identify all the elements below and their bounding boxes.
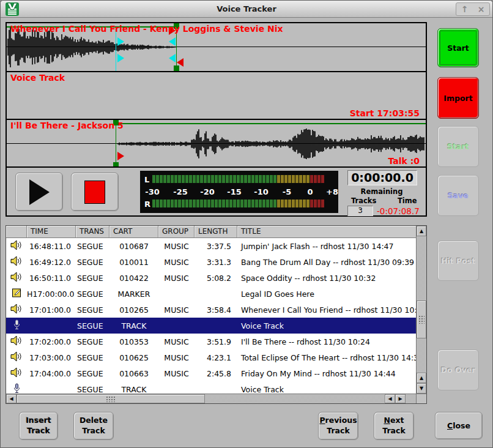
track3-talk-time: Talk :0 (388, 156, 420, 166)
do-over-button[interactable]: Do Over (437, 349, 479, 390)
cell-cart: 010422 (109, 274, 158, 283)
log-rows: 16:48:11.0SEGUE010687MUSIC3:37.5Jumpin' … (6, 238, 416, 394)
table-row[interactable]: SEGUETRACKVoice Track (6, 381, 416, 394)
elapsed-time-display: 0:00:00.0 (347, 170, 417, 185)
header-time[interactable]: TIME (27, 226, 76, 238)
cell-length: 3:51.9 (195, 337, 237, 346)
cell-title: I'll Be There -- rdhost 11/30 10:24 (237, 337, 370, 346)
cell-title: Voice Track (237, 385, 284, 394)
remaining-time-label: Time (398, 196, 417, 205)
table-row[interactable]: 17:01:00.0SEGUE010265MUSIC3:58.4Whenever… (6, 302, 416, 318)
speaker-icon (10, 256, 23, 266)
scroll-down-icon[interactable]: ▼ (417, 383, 426, 394)
audio-level-meter: L R -30-25-20-15-10-50+8 (140, 171, 338, 213)
cell-length: 3:37.5 (195, 242, 237, 251)
track-editor: Whenever I Call You Friend - Kenny Loggi… (6, 22, 427, 217)
delete-track-button[interactable]: Delete Track (73, 412, 114, 440)
meter-scale-label: -5 (283, 187, 291, 196)
shade-icon[interactable]: ↑ (461, 3, 469, 15)
meter-left-leds (152, 175, 325, 183)
table-row[interactable]: H17:00:00.0SEGUEMARKERLegal ID Goes Here (6, 286, 416, 302)
close-icon[interactable]: × (478, 3, 485, 15)
scroll-left-icon[interactable]: ◀ (6, 394, 17, 403)
close-button[interactable]: Close (435, 412, 483, 439)
cell-time: 16:50:11.0 (27, 274, 76, 283)
scroll-left-icon[interactable]: ◀ (385, 394, 395, 403)
waveform-panel-3[interactable]: I'll Be There - Jackson 5 Talk :0 (7, 119, 426, 166)
meter-scale-label: +8 (326, 187, 338, 196)
stop-icon (84, 181, 105, 204)
speaker-icon (10, 351, 23, 362)
cell-group: MUSIC (158, 258, 195, 267)
microphone-icon (13, 383, 20, 394)
cell-trans: SEGUE (76, 385, 109, 394)
cell-time: 17:03:00.0 (27, 353, 76, 362)
scroll-up-icon[interactable]: ▲ (417, 373, 426, 383)
cell-title: Total Eclipse Of The Heart -- rdhost 11/… (237, 353, 416, 362)
meter-scale-label: -10 (254, 187, 269, 196)
cell-length: 5:08.2 (195, 274, 237, 283)
segue-end-handle-icon[interactable] (169, 37, 176, 46)
talk-marker-handle-icon[interactable] (117, 37, 124, 46)
hit-post-button[interactable]: Hit Post (437, 241, 479, 281)
header-title[interactable]: TITLE (237, 226, 426, 238)
speaker-icon (10, 272, 23, 282)
header-length[interactable]: LENGTH (195, 226, 237, 238)
talk-marker-handle-icon[interactable] (117, 54, 124, 62)
vertical-scrollbar[interactable]: ▲ ▲ ▼ (416, 226, 426, 394)
header-cart[interactable]: CART (109, 226, 158, 238)
scroll-up-icon[interactable]: ▲ (417, 226, 426, 236)
log-table: TIME TRANS CART GROUP LENGTH TITLE 16:48… (6, 225, 427, 404)
meter-left-label: L (144, 175, 149, 184)
table-row[interactable]: 17:02:00.0SEGUE010353MUSIC3:51.9I'll Be … (6, 334, 416, 349)
remaining-tracks-label: Tracks (351, 196, 376, 205)
fade-marker-icon[interactable] (177, 58, 183, 67)
fade-marker-icon[interactable] (117, 152, 124, 160)
save-button[interactable]: Save (437, 175, 479, 216)
talk-marker-line[interactable] (116, 32, 116, 71)
header-trans[interactable]: TRANS (76, 226, 109, 238)
cell-cart: 010265 (109, 305, 158, 315)
cell-trans: SEGUE (76, 321, 109, 330)
speaker-icon (10, 367, 23, 378)
cell-trans: SEGUE (76, 289, 109, 299)
next-track-button[interactable]: NextTrack (374, 412, 414, 440)
start-next-button[interactable]: Start (437, 126, 479, 167)
cell-cart: 010625 (109, 353, 158, 362)
meter-scale-label: 0 (307, 187, 313, 196)
start-record-button[interactable]: Start (437, 28, 479, 67)
cell-length: 4:23.1 (195, 353, 237, 362)
cell-length: 3:31.3 (195, 258, 237, 267)
cell-trans: SEGUE (76, 337, 109, 346)
scroll-right-icon[interactable]: ▶ (395, 394, 406, 403)
table-row[interactable]: 17:03:00.0SEGUE010625MUSIC4:23.1Total Ec… (6, 349, 416, 365)
horizontal-scrollbar[interactable]: ◀ ◀ ▶ (6, 394, 416, 403)
cell-cart: TRACK (109, 385, 158, 394)
vertical-scroll-thumb[interactable] (417, 301, 426, 338)
table-row[interactable]: 16:49:12.0SEGUE010011MUSIC3:31.3Bang The… (6, 254, 416, 270)
horizontal-scroll-thumb[interactable] (17, 394, 205, 403)
import-button[interactable]: Import (437, 77, 479, 119)
insert-track-button[interactable]: Insert Track (19, 412, 58, 440)
cell-trans: SEGUE (76, 369, 109, 378)
table-row[interactable]: SEGUETRACKVoice Track (6, 318, 416, 334)
play-icon (29, 179, 50, 205)
segue-level-line (116, 123, 426, 124)
header-icon-col[interactable] (6, 226, 27, 238)
cell-trans: SEGUE (76, 258, 109, 267)
segue-end-handle-icon[interactable] (169, 54, 176, 62)
table-row[interactable]: 16:48:11.0SEGUE010687MUSIC3:37.5Jumpin' … (6, 238, 416, 254)
waveform-panel-1[interactable]: Whenever I Call You Friend - Kenny Loggi… (7, 23, 426, 71)
cell-title: Friday On My Mind -- rdhost 11/30 14:44 (237, 369, 396, 378)
previous-track-button[interactable]: PreviousTrack (318, 412, 358, 440)
table-row[interactable]: 16:50:11.0SEGUE010422MUSIC5:08.2Space Od… (6, 270, 416, 286)
meter-scale-label: -25 (173, 187, 188, 196)
header-group[interactable]: GROUP (158, 226, 195, 238)
play-button[interactable] (15, 173, 63, 211)
table-row[interactable]: 17:04:00.0SEGUE010663MUSIC2:45.8Friday O… (6, 365, 416, 381)
stop-button[interactable] (71, 173, 119, 211)
cell-title: Legal ID Goes Here (237, 289, 314, 299)
start-marker-handle[interactable] (113, 162, 119, 166)
remaining-tracks-value: 3 (347, 206, 373, 216)
waveform-panel-2[interactable]: Voice Track Start 17:03:55 (7, 71, 426, 119)
